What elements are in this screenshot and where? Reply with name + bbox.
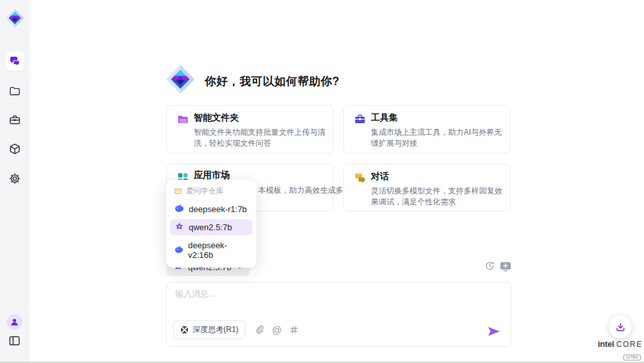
card-title: 智能文件夹 — [194, 112, 239, 124]
purple-folder-icon — [177, 113, 189, 125]
sidebar-item-models[interactable] — [9, 143, 21, 155]
qwen-icon — [175, 222, 184, 232]
briefcase-icon — [354, 113, 366, 125]
sidebar-collapse-button[interactable] — [8, 335, 21, 347]
sidebar-item-profile[interactable] — [6, 314, 23, 330]
composer-tools: @ — [255, 324, 298, 335]
deepseek-icon — [175, 204, 184, 214]
composer-toolbar: 深度思考(R1) @ — [173, 320, 299, 339]
app-logo-icon — [5, 8, 24, 28]
card-title: 对话 — [371, 171, 389, 182]
message-composer: 深度思考(R1) @ — [166, 282, 511, 347]
model-dropdown: 爱问学仓库 deepseek-r1:7b qwen2.5:7b deepseek… — [166, 180, 256, 268]
sidebar — [0, 0, 30, 363]
greeting-title: 你好，我可以如何帮助你? — [205, 74, 339, 89]
card-smart-folder[interactable]: 智能文件夹 智能文件夹功能支持批量文件上传与清洗，轻松实现文件问答 — [166, 105, 334, 153]
repository-label: 爱问学仓库 — [186, 186, 223, 196]
greeting-logo-icon — [166, 63, 195, 95]
user-icon — [10, 317, 19, 327]
intel-ultra-badge: ultra — [623, 355, 641, 360]
gold-chat-icon — [354, 172, 366, 184]
model-dropdown-header: 爱问学仓库 — [170, 184, 252, 199]
card-description: 智能文件夹功能支持批量文件上传与清洗，轻松实现文件问答 — [194, 127, 325, 149]
deep-think-label: 深度思考(R1) — [193, 324, 238, 335]
deepseek-icon — [175, 246, 184, 255]
model-option-deepseek-r1[interactable]: deepseek-r1:7b — [170, 201, 252, 217]
card-title: 工具集 — [371, 112, 398, 124]
send-button[interactable] — [488, 326, 500, 337]
intel-core-logo: intel core ultra — [596, 339, 644, 361]
model-option-label: qwen2.5:7b — [189, 222, 232, 232]
card-description: 集成市场上主流工具，助力AI与外界无缝扩展与对接 — [371, 127, 502, 149]
attach-file-button[interactable] — [255, 324, 265, 335]
model-option-deepseek-v2[interactable]: deepseek-v2:16b — [170, 237, 252, 263]
new-window-button[interactable] — [500, 261, 511, 271]
sidebar-item-folders[interactable] — [9, 85, 21, 97]
sidebar-item-toolbox[interactable] — [9, 114, 21, 126]
deep-think-icon — [180, 326, 189, 334]
model-option-label: deepseek-r1:7b — [189, 204, 247, 214]
card-dialogue[interactable]: 对话 灵活切换多模型文件，支持多样回复效果调试，满足个性化需求 — [343, 164, 511, 211]
hash-tag-button[interactable] — [289, 325, 299, 335]
model-option-qwen[interactable]: qwen2.5:7b — [170, 219, 252, 235]
card-toolset[interactable]: 工具集 集成市场上主流工具，助力AI与外界无缝扩展与对接 — [343, 105, 511, 153]
deep-think-toggle[interactable]: 深度思考(R1) — [173, 320, 245, 339]
card-description-fragment: 本模板，助力高效生成多 — [258, 185, 343, 196]
message-input[interactable] — [175, 289, 446, 299]
history-button[interactable] — [484, 260, 495, 271]
intel-product-text: core — [616, 340, 643, 349]
sidebar-item-chat[interactable] — [5, 52, 24, 71]
card-description: 灵活切换多模型文件，支持多样回复效果调试，满足个性化需求 — [371, 186, 502, 208]
mention-button[interactable]: @ — [272, 324, 281, 335]
chat-bubbles-icon — [9, 55, 21, 67]
sidebar-item-settings[interactable] — [9, 173, 21, 184]
download-icon — [615, 322, 626, 333]
repository-icon — [174, 187, 182, 195]
model-option-label: deepseek-v2:16b — [188, 240, 248, 260]
download-button[interactable] — [609, 315, 632, 338]
intel-brand-text: intel — [598, 339, 614, 349]
